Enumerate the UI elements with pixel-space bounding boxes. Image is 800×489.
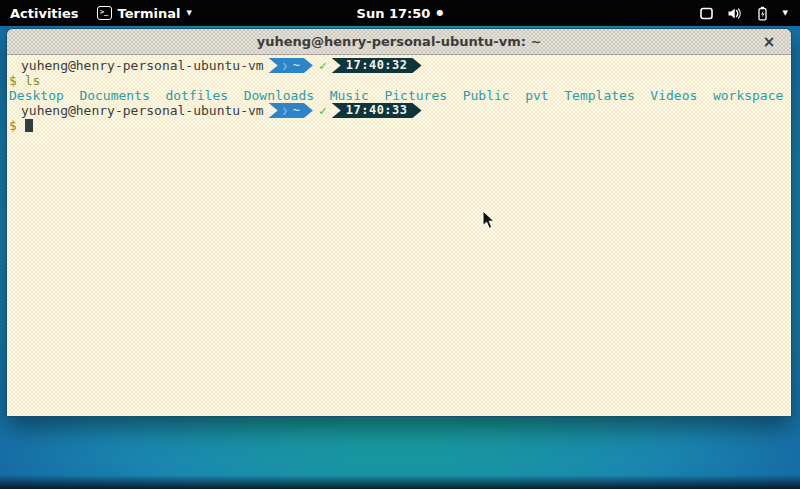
- prompt-time: 17:40:32: [346, 58, 408, 73]
- terminal-window: yuheng@henry-personal-ubuntu-vm: ~ × yuh…: [6, 28, 792, 417]
- ls-output-line: DesktopDocumentsdotfilesDownloadsMusicPi…: [9, 88, 789, 103]
- volume-icon: [727, 6, 742, 21]
- powerline-chevron-icon: ❯: [282, 103, 288, 118]
- top-bar-left: Activities >_ Terminal ▼: [0, 6, 699, 21]
- ls-entry: Downloads: [244, 88, 314, 103]
- window-title: yuheng@henry-personal-ubuntu-vm: ~: [257, 34, 542, 49]
- ls-entry: Music: [330, 88, 369, 103]
- prompt-line-2: yuheng@henry-personal-ubuntu-vm ❯~ ✓ 17:…: [9, 103, 789, 118]
- system-status-area[interactable]: ▼: [699, 6, 800, 21]
- prompt-line-1: yuheng@henry-personal-ubuntu-vm ❯~ ✓ 17:…: [9, 58, 789, 73]
- prompt-dir-segment: ❯~: [269, 58, 313, 73]
- text-cursor: [25, 119, 33, 132]
- ls-entry: workspace: [713, 88, 783, 103]
- prompt-time: 17:40:33: [346, 103, 408, 118]
- chevron-down-icon: ▼: [186, 10, 191, 17]
- ls-entry: Documents: [79, 88, 149, 103]
- terminal-icon: >_: [97, 6, 112, 20]
- prompt-dir: ~: [293, 58, 300, 73]
- window-titlebar[interactable]: yuheng@henry-personal-ubuntu-vm: ~ ×: [7, 29, 791, 55]
- terminal-app-menu[interactable]: >_ Terminal ▼: [97, 6, 192, 21]
- prompt-dir-segment: ❯~: [269, 103, 313, 118]
- top-bar: Activities >_ Terminal ▼ Sun 17:50 ●: [0, 0, 800, 26]
- status-check-icon: ✓: [319, 103, 327, 118]
- ls-entry: Templates: [564, 88, 634, 103]
- ls-entry: pvt: [525, 88, 548, 103]
- prompt-dir: ~: [293, 103, 300, 118]
- prompt-symbol: $: [9, 73, 17, 88]
- terminal-content[interactable]: yuheng@henry-personal-ubuntu-vm ❯~ ✓ 17:…: [7, 55, 791, 416]
- prompt-user-host: yuheng@henry-personal-ubuntu-vm: [21, 103, 264, 118]
- terminal-app-menu-label: Terminal: [118, 6, 181, 21]
- prompt-time-segment: 17:40:33: [332, 103, 422, 118]
- prompt-symbol: $: [9, 118, 17, 133]
- activities-button[interactable]: Activities: [10, 6, 79, 21]
- chevron-down-icon: ▼: [783, 10, 788, 17]
- command-text: ls: [25, 73, 41, 88]
- current-prompt-line[interactable]: $: [9, 118, 789, 133]
- ls-entry: Videos: [650, 88, 697, 103]
- command-line: $ ls: [9, 73, 789, 88]
- prompt-user-host: yuheng@henry-personal-ubuntu-vm: [21, 58, 264, 73]
- status-check-icon: ✓: [319, 58, 327, 73]
- ls-entry: Pictures: [384, 88, 447, 103]
- ls-entry: Desktop: [9, 88, 64, 103]
- display-icon: [699, 6, 714, 21]
- ls-entry: Public: [463, 88, 510, 103]
- close-button[interactable]: ×: [759, 29, 779, 55]
- ls-entry: dotfiles: [165, 88, 228, 103]
- prompt-time-segment: 17:40:32: [332, 58, 422, 73]
- powerline-chevron-icon: ❯: [282, 58, 288, 73]
- battery-charging-icon: [755, 6, 770, 21]
